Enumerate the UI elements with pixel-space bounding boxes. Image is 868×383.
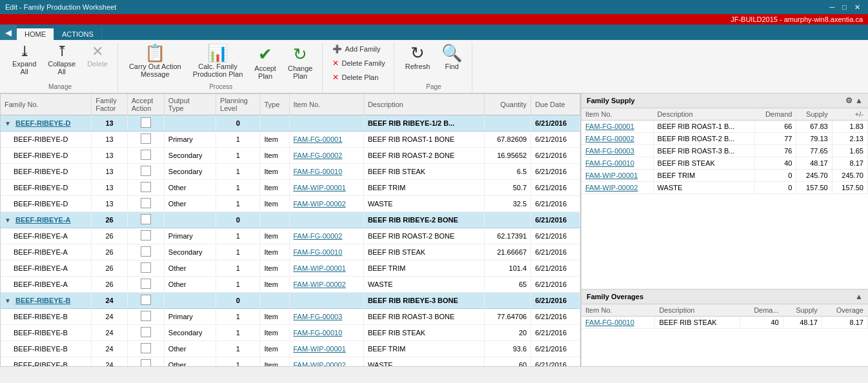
table-row[interactable]: BEEF-RIBEYE-A 26 Primary 1 Item FAM-FG-0… (1, 228, 580, 244)
table-row[interactable]: ▼ BEEF-RIBEYE-B 24 0 BEEF RIB RIBEYE-3 B… (1, 293, 580, 309)
child-item-no-link[interactable]: FAM-FG-00001 (294, 135, 343, 143)
th-family-no[interactable]: Family No. (1, 94, 92, 115)
child-accept-checkbox[interactable] (141, 230, 151, 241)
delete-button[interactable]: ✕ Delete (83, 43, 112, 70)
list-item[interactable]: FAM-FG-00002 BEEF RIB ROAST-2 B... 77 79… (581, 133, 868, 145)
table-row[interactable]: BEEF-RIBEYE-D 13 Other 1 Item FAM-WIP-00… (1, 180, 580, 196)
child-item-no-link[interactable]: FAM-FG-00002 (294, 152, 343, 159)
overages-th-overage[interactable]: Overage (822, 304, 867, 317)
collapse-all-button[interactable]: ⤒ CollapseAll (43, 43, 80, 77)
th-type[interactable]: Type (260, 94, 289, 115)
child-item-no-link[interactable]: FAM-FG-00010 (294, 248, 343, 256)
group-family-no-link[interactable]: BEEF-RIBEYE-D (15, 119, 71, 127)
expand-icon[interactable]: ▼ (5, 217, 11, 224)
expand-icon[interactable]: ▼ (5, 297, 11, 304)
accept-action-checkbox[interactable] (141, 295, 151, 305)
table-area[interactable]: Family No. FamilyFactor AcceptAction Out… (0, 93, 581, 367)
child-item-no-link[interactable]: FAM-WIP-00001 (294, 345, 346, 353)
delete-plan-button[interactable]: ✕ Delete Plan (329, 71, 388, 84)
table-row[interactable]: BEEF-RIBEYE-A 26 Other 1 Item FAM-WIP-00… (1, 277, 580, 293)
table-row[interactable]: BEEF-RIBEYE-B 24 Secondary 1 Item FAM-FG… (1, 325, 580, 341)
table-row[interactable]: BEEF-RIBEYE-B 24 Other 1 Item FAM-WIP-00… (1, 341, 580, 357)
maximize-button[interactable]: □ (840, 3, 849, 12)
child-accept-checkbox[interactable] (141, 359, 151, 367)
child-item-no-link[interactable]: FAM-FG-00010 (294, 168, 343, 175)
supply-th-supply[interactable]: Supply (796, 108, 832, 121)
collapse-panel-icon[interactable]: ▲ (855, 96, 863, 105)
child-accept-checkbox[interactable] (141, 327, 151, 337)
nav-back-button[interactable]: ◀ (0, 25, 17, 40)
child-item-no-link[interactable]: FAM-WIP-00002 (294, 200, 346, 208)
child-item-no-link[interactable]: FAM-WIP-00001 (294, 264, 346, 272)
th-item-no[interactable]: Item No. (289, 94, 363, 115)
child-item-no-link[interactable]: FAM-FG-00010 (294, 329, 343, 337)
table-row[interactable]: BEEF-RIBEYE-B 24 Primary 1 Item FAM-FG-0… (1, 309, 580, 325)
accept-plan-button[interactable]: ✔ AcceptPlan (250, 43, 281, 82)
child-item-no-link[interactable]: FAM-FG-00003 (294, 313, 343, 320)
child-accept-checkbox[interactable] (141, 262, 151, 273)
child-accept-checkbox[interactable] (141, 279, 151, 289)
supply-th-plus-minus[interactable]: +/- (832, 108, 867, 121)
th-planning-level[interactable]: PlanningLevel (216, 94, 260, 115)
overages-th-description[interactable]: Description (655, 304, 740, 317)
table-row[interactable]: ▼ BEEF-RIBEYE-A 26 0 BEEF RIB RIBEYE-2 B… (1, 212, 580, 228)
table-row[interactable]: BEEF-RIBEYE-B 24 Other 1 Item FAM-WIP-00… (1, 357, 580, 368)
supply-th-demand[interactable]: Demand (754, 108, 796, 121)
settings-icon[interactable]: ⚙ (845, 96, 853, 105)
minimize-button[interactable]: ─ (827, 3, 838, 12)
child-accept-checkbox[interactable] (141, 182, 151, 192)
accept-action-checkbox[interactable] (141, 117, 151, 128)
tab-actions[interactable]: ACTIONS (54, 28, 102, 40)
th-due-date[interactable]: Due Date (531, 94, 580, 115)
carry-out-button[interactable]: 📋 Carry Out ActionMessage (125, 43, 186, 80)
table-row[interactable]: BEEF-RIBEYE-D 13 Secondary 1 Item FAM-FG… (1, 164, 580, 180)
list-item[interactable]: FAM-FG-00001 BEEF RIB ROAST-1 B... 66 67… (581, 121, 868, 133)
child-accept-checkbox[interactable] (141, 150, 151, 160)
th-output-type[interactable]: OutputType (164, 94, 216, 115)
supply-th-description[interactable]: Description (653, 108, 754, 121)
child-item-no-link[interactable]: FAM-WIP-00002 (294, 280, 346, 288)
th-family-factor[interactable]: FamilyFactor (92, 94, 128, 115)
child-accept-checkbox[interactable] (141, 133, 151, 144)
group-family-no-link[interactable]: BEEF-RIBEYE-A (15, 216, 71, 224)
change-plan-button[interactable]: ↻ ChangePlan (283, 43, 318, 82)
table-row[interactable]: BEEF-RIBEYE-D 13 Primary 1 Item FAM-FG-0… (1, 132, 580, 148)
child-accept-checkbox[interactable] (141, 198, 151, 208)
collapse-overages-icon[interactable]: ▲ (855, 292, 863, 301)
child-accept-checkbox[interactable] (141, 166, 151, 176)
expand-all-button[interactable]: ⤓ ExpandAll (8, 43, 41, 77)
add-family-button[interactable]: ➕ Add Family (329, 43, 388, 55)
list-item[interactable]: FAM-FG-00010 BEEF RIB STEAK 40 48.17 8.1… (581, 157, 868, 170)
overages-th-item-no[interactable]: Item No. (581, 304, 655, 317)
accept-action-checkbox[interactable] (141, 214, 151, 224)
calc-family-button[interactable]: 📊 Calc. FamilyProduction Plan (188, 43, 248, 80)
table-row[interactable]: BEEF-RIBEYE-A 26 Other 1 Item FAM-WIP-00… (1, 260, 580, 277)
close-button[interactable]: ✕ (852, 3, 863, 12)
th-quantity[interactable]: Quantity (485, 94, 531, 115)
th-description[interactable]: Description (363, 94, 484, 115)
overages-th-demand[interactable]: Dema... (740, 304, 783, 317)
delete-family-button[interactable]: ✕ Delete Family (329, 57, 388, 70)
list-item[interactable]: FAM-WIP-00002 WASTE 0 157.50 157.50 (581, 182, 868, 194)
list-item[interactable]: FAM-WIP-00001 BEEF TRIM 0 245.70 245.70 (581, 170, 868, 182)
list-item[interactable]: FAM-FG-00003 BEEF RIB ROAST-3 B... 76 77… (581, 145, 868, 157)
list-item[interactable]: FAM-FG-00010 BEEF RIB STEAK 40 48.17 8.1… (581, 317, 868, 329)
th-accept-action[interactable]: AcceptAction (127, 94, 164, 115)
child-item-no-link[interactable]: FAM-WIP-00002 (294, 361, 346, 367)
child-accept-checkbox[interactable] (141, 246, 151, 257)
supply-th-item-no[interactable]: Item No. (581, 108, 653, 121)
table-row[interactable]: BEEF-RIBEYE-D 13 Other 1 Item FAM-WIP-00… (1, 196, 580, 212)
group-family-no-link[interactable]: BEEF-RIBEYE-B (15, 297, 71, 304)
child-item-no-link[interactable]: FAM-WIP-00001 (294, 184, 346, 192)
tab-home[interactable]: HOME (17, 28, 54, 40)
child-accept-checkbox[interactable] (141, 343, 151, 353)
child-accept-checkbox[interactable] (141, 311, 151, 321)
table-row[interactable]: ▼ BEEF-RIBEYE-D 13 0 BEEF RIB RIBEYE-1/2… (1, 115, 580, 132)
table-row[interactable]: BEEF-RIBEYE-A 26 Secondary 1 Item FAM-FG… (1, 244, 580, 260)
find-button[interactable]: 🔍 Find (437, 43, 467, 72)
child-item-no-link[interactable]: FAM-FG-00002 (294, 232, 343, 240)
expand-icon[interactable]: ▼ (5, 120, 11, 127)
refresh-button[interactable]: ↻ Refresh (401, 43, 435, 72)
table-row[interactable]: BEEF-RIBEYE-D 13 Secondary 1 Item FAM-FG… (1, 148, 580, 164)
overages-th-supply[interactable]: Supply (783, 304, 822, 317)
